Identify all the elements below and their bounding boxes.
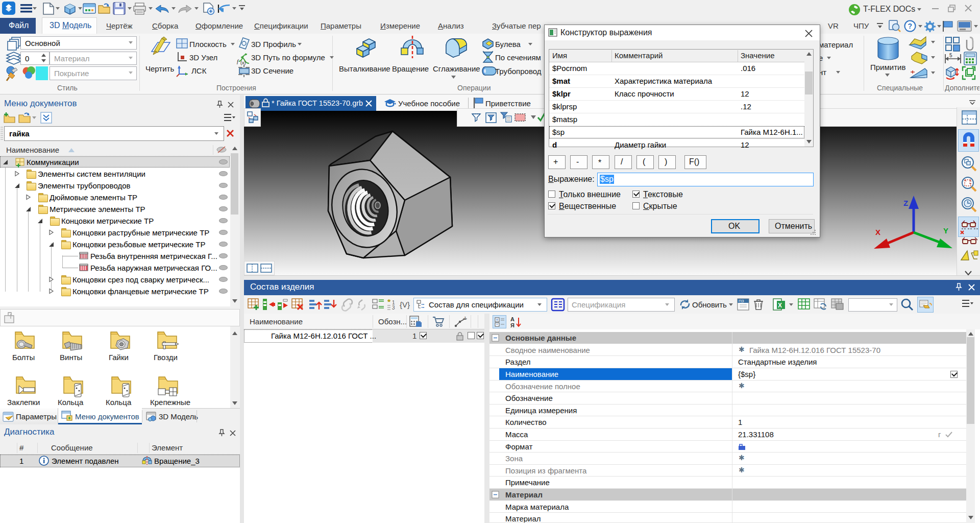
svg-text:Y: Y [943,226,948,235]
svg-text:5: 5 [949,53,952,58]
svg-text:X: X [778,302,782,309]
svg-text:Я: Я [510,322,514,328]
svg-text:X: X [875,228,880,236]
svg-text:?: ? [908,22,913,30]
svg-text:ПЗ: ПЗ [739,299,744,303]
svg-text:3: 3 [392,305,395,311]
svg-text:1: 1 [464,316,467,321]
svg-text:А: А [510,316,514,322]
svg-text:Z: Z [903,199,908,207]
